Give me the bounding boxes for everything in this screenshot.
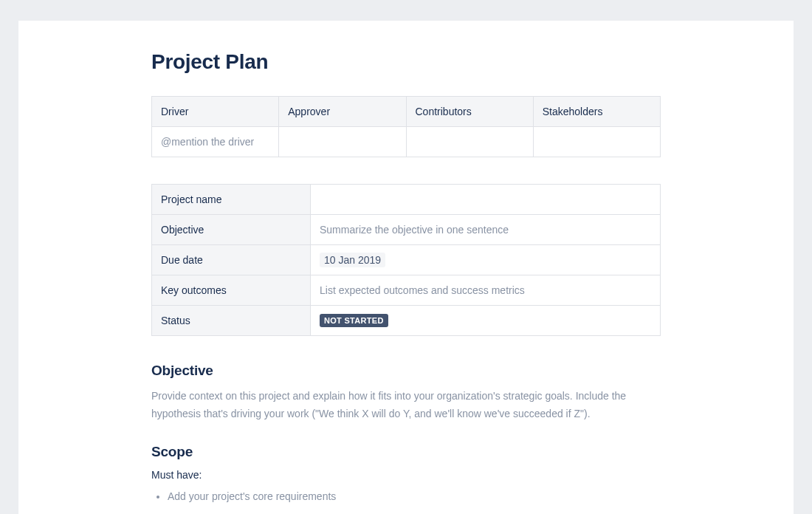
table-row: Project name — [152, 185, 661, 215]
details-table: Project name Objective Summarize the obj… — [151, 184, 661, 336]
driver-placeholder: @mention the driver — [161, 136, 254, 148]
document-page: Project Plan Driver Approver Contributor… — [18, 21, 794, 514]
objective-heading[interactable]: Objective — [151, 363, 661, 379]
objective-body[interactable]: Provide context on this project and expl… — [151, 388, 661, 423]
table-row: Status NOT STARTED — [152, 306, 661, 336]
roles-header-driver[interactable]: Driver — [152, 97, 279, 127]
page-title[interactable]: Project Plan — [151, 50, 661, 74]
table-row: @mention the driver — [152, 127, 661, 157]
roles-cell-stakeholders[interactable] — [533, 127, 660, 157]
roles-cell-driver[interactable]: @mention the driver — [152, 127, 279, 157]
status-badge[interactable]: NOT STARTED — [320, 314, 388, 327]
detail-value-status[interactable]: NOT STARTED — [311, 306, 661, 336]
detail-value-project-name[interactable] — [311, 185, 661, 215]
table-row: Due date 10 Jan 2019 — [152, 245, 661, 275]
roles-cell-approver[interactable] — [279, 127, 406, 157]
scope-must-have-list: Add your project's core requirements — [151, 488, 661, 506]
objective-placeholder: Summarize the objective in one sentence — [320, 224, 509, 236]
detail-value-due-date[interactable]: 10 Jan 2019 — [311, 245, 661, 275]
detail-label-objective[interactable]: Objective — [152, 215, 311, 245]
due-date-chip[interactable]: 10 Jan 2019 — [320, 253, 385, 267]
roles-header-stakeholders[interactable]: Stakeholders — [533, 97, 660, 127]
detail-value-objective[interactable]: Summarize the objective in one sentence — [311, 215, 661, 245]
roles-cell-contributors[interactable] — [406, 127, 533, 157]
table-row: Key outcomes List expected outcomes and … — [152, 275, 661, 306]
detail-label-key-outcomes[interactable]: Key outcomes — [152, 275, 311, 306]
roles-header-approver[interactable]: Approver — [279, 97, 406, 127]
table-row: Objective Summarize the objective in one… — [152, 215, 661, 245]
roles-table: Driver Approver Contributors Stakeholder… — [151, 96, 661, 157]
scope-must-have-label[interactable]: Must have: — [151, 469, 661, 481]
detail-label-due-date[interactable]: Due date — [152, 245, 311, 275]
detail-label-project-name[interactable]: Project name — [152, 185, 311, 215]
detail-value-key-outcomes[interactable]: List expected outcomes and success metri… — [311, 275, 661, 306]
detail-label-status[interactable]: Status — [152, 306, 311, 336]
key-outcomes-placeholder: List expected outcomes and success metri… — [320, 284, 525, 296]
list-item[interactable]: Add your project's core requirements — [168, 488, 661, 506]
roles-header-contributors[interactable]: Contributors — [406, 97, 533, 127]
scope-heading[interactable]: Scope — [151, 444, 661, 460]
